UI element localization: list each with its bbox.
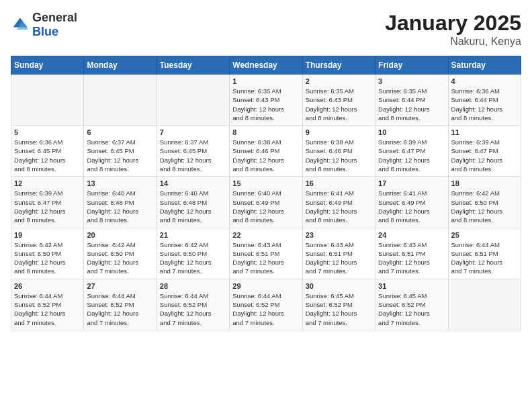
weekday-header: Friday — [375, 56, 448, 75]
day-number: 28 — [160, 282, 226, 290]
day-number: 26 — [14, 282, 81, 290]
day-number: 29 — [232, 282, 299, 290]
day-info: Sunrise: 6:37 AMSunset: 6:45 PMDaylight:… — [87, 138, 153, 173]
day-number: 20 — [87, 231, 153, 239]
day-info: Sunrise: 6:35 AMSunset: 6:44 PMDaylight:… — [378, 87, 445, 122]
calendar-day-cell: 12Sunrise: 6:39 AMSunset: 6:47 PMDayligh… — [11, 177, 84, 228]
day-info: Sunrise: 6:41 AMSunset: 6:49 PMDaylight:… — [306, 189, 372, 224]
calendar-day-cell: 13Sunrise: 6:40 AMSunset: 6:48 PMDayligh… — [84, 177, 157, 228]
page-title: January 2025 — [385, 11, 521, 36]
day-number: 4 — [451, 77, 518, 85]
day-info: Sunrise: 6:40 AMSunset: 6:49 PMDaylight:… — [232, 189, 299, 224]
day-number: 5 — [14, 128, 81, 136]
day-number: 16 — [306, 179, 372, 187]
day-info: Sunrise: 6:44 AMSunset: 6:52 PMDaylight:… — [232, 291, 299, 327]
logo: General Blue — [11, 11, 77, 39]
day-info: Sunrise: 6:39 AMSunset: 6:47 PMDaylight:… — [451, 138, 518, 173]
calendar-day-cell: 18Sunrise: 6:42 AMSunset: 6:50 PMDayligh… — [448, 177, 521, 228]
day-number: 31 — [378, 282, 445, 290]
calendar-day-cell: 9Sunrise: 6:38 AMSunset: 6:46 PMDaylight… — [302, 126, 375, 177]
calendar-day-cell: 26Sunrise: 6:44 AMSunset: 6:52 PMDayligh… — [11, 279, 84, 330]
day-number: 23 — [306, 231, 372, 239]
day-info: Sunrise: 6:42 AMSunset: 6:50 PMDaylight:… — [14, 240, 81, 276]
calendar-day-cell — [157, 75, 229, 126]
calendar-week-row: 26Sunrise: 6:44 AMSunset: 6:52 PMDayligh… — [11, 279, 521, 330]
day-info: Sunrise: 6:35 AMSunset: 6:43 PMDaylight:… — [306, 87, 372, 122]
page-header: General Blue January 2025 Nakuru, Kenya — [11, 11, 521, 48]
calendar-day-cell: 2Sunrise: 6:35 AMSunset: 6:43 PMDaylight… — [302, 75, 375, 126]
day-number: 12 — [14, 179, 81, 187]
day-info: Sunrise: 6:37 AMSunset: 6:45 PMDaylight:… — [160, 138, 226, 173]
day-info: Sunrise: 6:43 AMSunset: 6:51 PMDaylight:… — [378, 240, 445, 276]
calendar-day-cell: 10Sunrise: 6:39 AMSunset: 6:47 PMDayligh… — [375, 126, 448, 177]
day-number: 18 — [451, 179, 518, 187]
day-number: 24 — [378, 231, 445, 239]
day-number: 9 — [306, 128, 372, 136]
day-number: 27 — [87, 282, 153, 290]
day-number: 22 — [232, 231, 299, 239]
calendar-day-cell: 25Sunrise: 6:44 AMSunset: 6:51 PMDayligh… — [448, 228, 521, 279]
day-number: 1 — [232, 77, 299, 85]
calendar-day-cell — [448, 279, 521, 330]
calendar-day-cell: 11Sunrise: 6:39 AMSunset: 6:47 PMDayligh… — [448, 126, 521, 177]
day-number: 15 — [232, 179, 299, 187]
calendar-day-cell — [84, 75, 157, 126]
calendar-week-row: 5Sunrise: 6:36 AMSunset: 6:45 PMDaylight… — [11, 126, 521, 177]
logo-general: General — [32, 11, 77, 24]
day-info: Sunrise: 6:36 AMSunset: 6:44 PMDaylight:… — [451, 87, 518, 122]
calendar-week-row: 12Sunrise: 6:39 AMSunset: 6:47 PMDayligh… — [11, 177, 521, 228]
calendar-day-cell: 19Sunrise: 6:42 AMSunset: 6:50 PMDayligh… — [11, 228, 84, 279]
logo-blue: Blue — [32, 25, 58, 38]
day-info: Sunrise: 6:39 AMSunset: 6:47 PMDaylight:… — [14, 189, 81, 224]
day-info: Sunrise: 6:38 AMSunset: 6:46 PMDaylight:… — [306, 138, 372, 173]
day-number: 3 — [378, 77, 445, 85]
weekday-header: Wednesday — [230, 56, 302, 75]
calendar-day-cell: 8Sunrise: 6:38 AMSunset: 6:46 PMDaylight… — [230, 126, 302, 177]
day-info: Sunrise: 6:45 AMSunset: 6:52 PMDaylight:… — [306, 291, 372, 327]
calendar-day-cell: 1Sunrise: 6:35 AMSunset: 6:43 PMDaylight… — [230, 75, 302, 126]
title-block: January 2025 Nakuru, Kenya — [385, 11, 521, 48]
day-info: Sunrise: 6:39 AMSunset: 6:47 PMDaylight:… — [378, 138, 445, 173]
calendar-day-cell: 6Sunrise: 6:37 AMSunset: 6:45 PMDaylight… — [84, 126, 157, 177]
weekday-header: Sunday — [11, 56, 84, 75]
weekday-header: Tuesday — [157, 56, 229, 75]
calendar-day-cell: 27Sunrise: 6:44 AMSunset: 6:52 PMDayligh… — [84, 279, 157, 330]
calendar-day-cell: 14Sunrise: 6:40 AMSunset: 6:48 PMDayligh… — [157, 177, 229, 228]
weekday-header: Monday — [84, 56, 157, 75]
day-number: 21 — [160, 231, 226, 239]
calendar-day-cell: 31Sunrise: 6:45 AMSunset: 6:52 PMDayligh… — [375, 279, 448, 330]
calendar-day-cell: 3Sunrise: 6:35 AMSunset: 6:44 PMDaylight… — [375, 75, 448, 126]
calendar-day-cell: 5Sunrise: 6:36 AMSunset: 6:45 PMDaylight… — [11, 126, 84, 177]
day-number: 10 — [378, 128, 445, 136]
day-info: Sunrise: 6:41 AMSunset: 6:49 PMDaylight:… — [378, 189, 445, 224]
day-info: Sunrise: 6:45 AMSunset: 6:52 PMDaylight:… — [378, 291, 445, 327]
day-number: 14 — [160, 179, 226, 187]
calendar-header-row: SundayMondayTuesdayWednesdayThursdayFrid… — [11, 56, 521, 75]
page-subtitle: Nakuru, Kenya — [385, 36, 521, 48]
day-number: 13 — [87, 179, 153, 187]
day-number: 8 — [232, 128, 299, 136]
calendar-day-cell: 29Sunrise: 6:44 AMSunset: 6:52 PMDayligh… — [230, 279, 302, 330]
calendar-day-cell: 15Sunrise: 6:40 AMSunset: 6:49 PMDayligh… — [230, 177, 302, 228]
day-info: Sunrise: 6:43 AMSunset: 6:51 PMDaylight:… — [232, 240, 299, 276]
logo-icon — [11, 15, 30, 34]
calendar-day-cell: 30Sunrise: 6:45 AMSunset: 6:52 PMDayligh… — [302, 279, 375, 330]
day-number: 19 — [14, 231, 81, 239]
day-number: 30 — [306, 282, 372, 290]
day-info: Sunrise: 6:36 AMSunset: 6:45 PMDaylight:… — [14, 138, 81, 173]
day-number: 6 — [87, 128, 153, 136]
day-info: Sunrise: 6:40 AMSunset: 6:48 PMDaylight:… — [160, 189, 226, 224]
day-info: Sunrise: 6:44 AMSunset: 6:51 PMDaylight:… — [451, 240, 518, 276]
day-number: 2 — [306, 77, 372, 85]
day-number: 17 — [378, 179, 445, 187]
day-info: Sunrise: 6:44 AMSunset: 6:52 PMDaylight:… — [160, 291, 226, 327]
calendar-week-row: 1Sunrise: 6:35 AMSunset: 6:43 PMDaylight… — [11, 75, 521, 126]
weekday-header: Saturday — [448, 56, 521, 75]
calendar-day-cell: 7Sunrise: 6:37 AMSunset: 6:45 PMDaylight… — [157, 126, 229, 177]
weekday-header: Thursday — [302, 56, 375, 75]
day-info: Sunrise: 6:42 AMSunset: 6:50 PMDaylight:… — [451, 189, 518, 224]
calendar-day-cell: 28Sunrise: 6:44 AMSunset: 6:52 PMDayligh… — [157, 279, 229, 330]
day-info: Sunrise: 6:44 AMSunset: 6:52 PMDaylight:… — [87, 291, 153, 327]
calendar-week-row: 19Sunrise: 6:42 AMSunset: 6:50 PMDayligh… — [11, 228, 521, 279]
calendar-day-cell: 23Sunrise: 6:43 AMSunset: 6:51 PMDayligh… — [302, 228, 375, 279]
